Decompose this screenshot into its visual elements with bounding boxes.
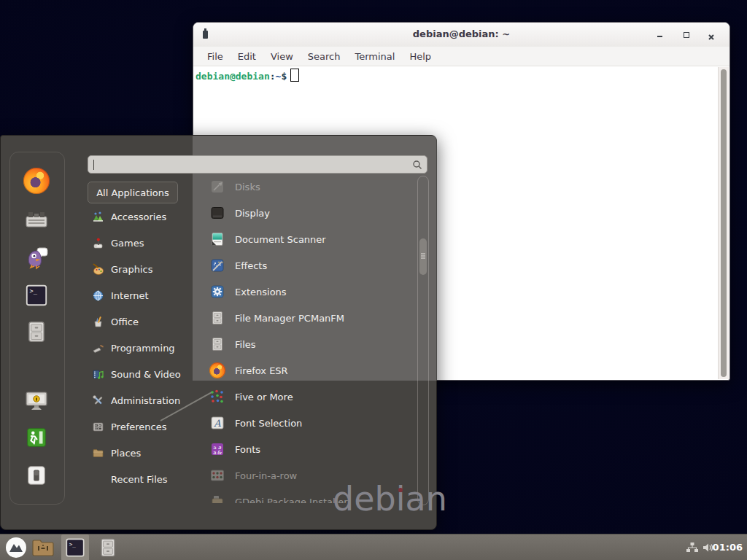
category-accessories[interactable]: Accessories: [86, 203, 201, 230]
network-tray-icon[interactable]: [686, 542, 699, 553]
category-administration[interactable]: Administration: [86, 387, 201, 413]
category-preferences[interactable]: Preferences: [86, 413, 201, 440]
favorite-pidgin-button[interactable]: [22, 243, 51, 272]
font-selection-icon: A: [209, 415, 225, 431]
document-scanner-icon: [209, 231, 225, 247]
extensions-gear-icon: [209, 284, 225, 300]
menu-search[interactable]: Search: [301, 49, 348, 64]
terminal-cursor: [290, 69, 299, 82]
prompt-separator: :: [270, 71, 276, 82]
favorite-file-manager-button[interactable]: [22, 317, 51, 346]
all-applications-button[interactable]: All Applications: [88, 182, 178, 203]
svg-text:A: A: [213, 418, 221, 429]
app-label: File Manager PCManFM: [235, 313, 344, 324]
category-sound-video[interactable]: Sound & Video: [86, 361, 201, 387]
menu-help[interactable]: Help: [402, 49, 438, 64]
app-display[interactable]: Display: [199, 200, 406, 226]
app-fonts[interactable]: a a a & Fonts: [199, 436, 406, 462]
terminal-menubar: File Edit View Search Terminal Help: [193, 47, 729, 66]
category-label: Programming: [111, 343, 175, 354]
logout-button[interactable]: [22, 423, 51, 452]
accessories-icon: [92, 211, 104, 223]
favorite-firefox-button[interactable]: [22, 166, 51, 195]
app-four-in-a-row[interactable]: Four-in-a-row: [199, 462, 406, 489]
taskbar-file-manager-button[interactable]: [96, 536, 120, 559]
category-label: Sound & Video: [111, 369, 181, 380]
app-files[interactable]: Files: [199, 331, 406, 357]
clock[interactable]: 01:06: [713, 542, 743, 553]
app-font-selection[interactable]: A Font Selection: [199, 410, 406, 436]
taskbar: >_ 01:06: [0, 534, 747, 560]
category-graphics[interactable]: Graphics: [86, 256, 201, 282]
favorite-terminal-button[interactable]: >_: [22, 281, 51, 310]
search-input[interactable]: [94, 157, 408, 172]
desktop: debian@debian: ~ File Edit View Search T…: [0, 0, 747, 560]
app-list-scrollbar-thumb[interactable]: [419, 238, 427, 275]
folder-icon: [31, 537, 55, 558]
app-five-or-more[interactable]: Five or More: [199, 384, 406, 410]
svg-text:a: a: [213, 450, 216, 456]
svg-text:>_: >_: [30, 287, 38, 295]
search-icon: [412, 160, 422, 170]
prompt-symbol: $: [281, 71, 287, 82]
menu-edit[interactable]: Edit: [231, 49, 263, 64]
close-button[interactable]: [706, 31, 716, 39]
file-cabinet-icon: [209, 336, 225, 352]
app-firefox-esr[interactable]: Firefox ESR: [199, 357, 406, 384]
app-gdebi-package-installer[interactable]: GDebi Package Installer: [199, 489, 406, 503]
file-cabinet-icon: [209, 310, 225, 326]
fonts-icon: a a a &: [209, 441, 225, 457]
graphics-icon: [92, 263, 104, 276]
terminal-scrollbar-thumb[interactable]: [721, 69, 727, 377]
taskbar-folder-launcher[interactable]: [31, 536, 55, 559]
office-icon: [92, 316, 104, 328]
application-menu: >_: [0, 135, 437, 530]
app-label: Disks: [235, 182, 260, 192]
terminal-titlebar[interactable]: debian@debian: ~: [193, 23, 729, 47]
menu-terminal[interactable]: Terminal: [347, 49, 402, 64]
app-label: Document Scanner: [235, 234, 326, 245]
prompt-user-host: debian@debian: [196, 71, 270, 82]
category-places[interactable]: Places: [86, 440, 201, 466]
window-title: debian@debian: ~: [193, 28, 729, 39]
app-label: Fonts: [235, 444, 260, 455]
menu-view[interactable]: View: [263, 49, 301, 64]
app-effects[interactable]: Effects: [199, 252, 406, 279]
terminal-icon: >_: [24, 283, 49, 308]
lock-screen-button[interactable]: [22, 386, 51, 415]
app-disks[interactable]: Disks: [199, 174, 406, 200]
app-label: Files: [235, 339, 256, 350]
category-games[interactable]: Games: [86, 230, 201, 256]
logout-icon: [24, 425, 49, 450]
four-in-a-row-icon: [209, 467, 225, 483]
taskbar-menu-button[interactable]: [4, 536, 28, 559]
terminal-scrollbar[interactable]: [718, 67, 729, 379]
close-icon: [706, 34, 716, 42]
app-label: Five or More: [235, 392, 293, 402]
app-list-scrollbar[interactable]: [417, 176, 429, 505]
category-office[interactable]: Office: [86, 308, 201, 335]
mixer-icon: [23, 206, 50, 233]
all-applications-label: All Applications: [96, 187, 169, 198]
category-internet[interactable]: Internet: [86, 282, 201, 308]
app-label: Extensions: [235, 287, 287, 298]
firefox-icon: [209, 362, 225, 378]
category-programming[interactable]: Programming: [86, 335, 201, 361]
menu-file[interactable]: File: [200, 49, 231, 64]
shutdown-button[interactable]: [22, 461, 51, 490]
minimize-button[interactable]: [655, 31, 665, 39]
category-label: Games: [111, 238, 144, 249]
app-document-scanner[interactable]: Document Scanner: [199, 226, 406, 252]
favorite-mixer-button[interactable]: [22, 205, 51, 234]
pidgin-icon: [23, 244, 50, 271]
games-icon: [92, 237, 104, 249]
app-file-manager-pcmanfm[interactable]: File Manager PCManFM: [199, 305, 406, 331]
file-cabinet-icon: [97, 537, 119, 559]
taskbar-terminal-window-button[interactable]: >_: [61, 534, 89, 560]
administration-icon: [92, 394, 104, 407]
app-extensions[interactable]: Extensions: [199, 279, 406, 305]
maximize-button[interactable]: [681, 31, 692, 39]
category-recent-files[interactable]: Recent Files: [86, 466, 201, 492]
app-label: Effects: [235, 260, 267, 271]
category-label: Accessories: [111, 211, 166, 222]
